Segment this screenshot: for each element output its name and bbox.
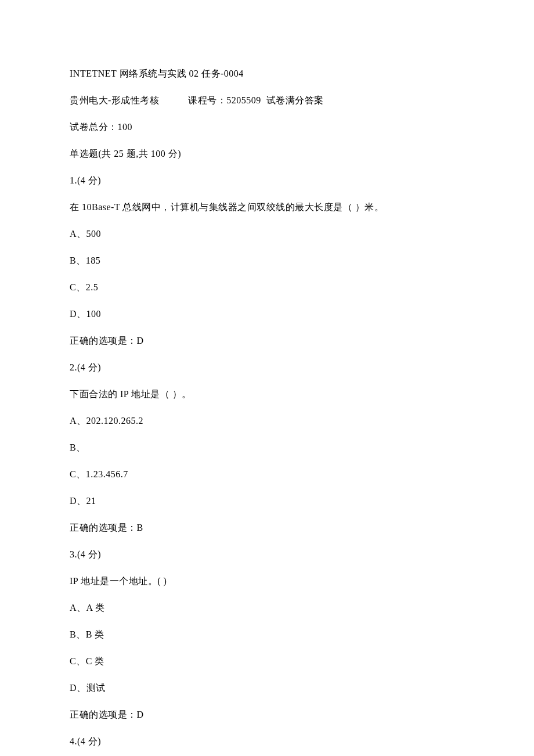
question-option: B、185 <box>70 254 464 268</box>
question-number: 4.(4 分) <box>70 735 464 748</box>
question-stem: 下面合法的 IP 地址是（ ）。 <box>70 387 464 401</box>
question-number: 2.(4 分) <box>70 361 464 375</box>
school-course-line: 贵州电大-形成性考核课程号：5205509 试卷满分答案 <box>70 93 464 107</box>
school-name: 贵州电大-形成性考核 <box>70 95 159 105</box>
course-number: 5205509 <box>226 95 261 105</box>
question-option: C、2.5 <box>70 280 464 294</box>
question-option: D、21 <box>70 494 464 508</box>
section-title: 单选题(共 25 题,共 100 分) <box>70 147 464 161</box>
question-option: C、C 类 <box>70 654 464 668</box>
question-option: A、500 <box>70 227 464 241</box>
document-page: INTETNET 网络系统与实践 02 任务-0004 贵州电大-形成性考核课程… <box>0 0 534 756</box>
total-label: 试卷总分： <box>70 122 118 132</box>
question-option: D、测试 <box>70 681 464 695</box>
question-answer: 正确的选项是：D <box>70 334 464 348</box>
question-number: 1.(4 分) <box>70 174 464 188</box>
question-option: A、A 类 <box>70 601 464 615</box>
question-option: B、B 类 <box>70 628 464 642</box>
question-option: B、 <box>70 441 464 455</box>
course-label: 课程号： <box>188 95 226 105</box>
question-stem: 在 10Base-T 总线网中，计算机与集线器之间双绞线的最大长度是（ ）米。 <box>70 200 464 214</box>
question-answer: 正确的选项是：B <box>70 521 464 535</box>
question-number: 3.(4 分) <box>70 548 464 561</box>
question-answer: 正确的选项是：D <box>70 708 464 722</box>
total-value: 100 <box>118 122 133 132</box>
paper-note: 试卷满分答案 <box>266 95 324 105</box>
title-line: INTETNET 网络系统与实践 02 任务-0004 <box>70 67 464 81</box>
question-option: A、202.120.265.2 <box>70 414 464 428</box>
question-option: D、100 <box>70 307 464 321</box>
question-option: C、1.23.456.7 <box>70 467 464 481</box>
question-stem: IP 地址是一个地址。( ) <box>70 574 464 588</box>
total-score-line: 试卷总分：100 <box>70 120 464 134</box>
